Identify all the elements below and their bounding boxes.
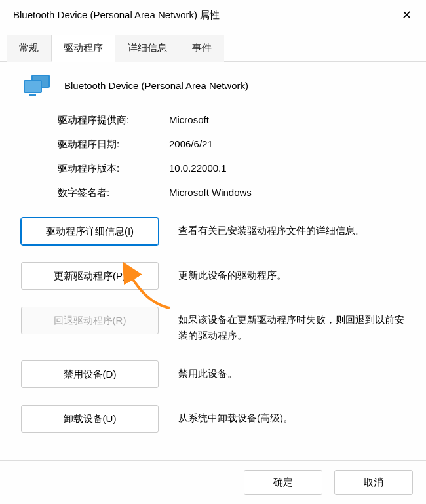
driver-actions: 驱动程序详细信息(I) 查看有关已安装驱动程序文件的详细信息。 更新驱动程序(P… [18,218,408,433]
uninstall-device-desc: 从系统中卸载设备(高级)。 [178,405,408,426]
uninstall-device-button[interactable]: 卸载设备(U) [21,405,159,433]
signer-value: Microsoft Windows [169,187,252,199]
window-title: Bluetooth Device (Personal Area Network)… [13,9,220,22]
dialog-footer: 确定 取消 [0,460,426,504]
titlebar: Bluetooth Device (Personal Area Network)… [0,0,426,31]
info-row-date: 驱动程序日期: 2006/6/21 [58,138,408,151]
provider-value: Microsoft [169,114,209,126]
disable-device-desc: 禁用此设备。 [178,360,408,381]
properties-dialog: Bluetooth Device (Personal Area Network)… [0,0,426,504]
version-value: 10.0.22000.1 [169,163,227,175]
tab-content: Bluetooth Device (Personal Area Network)… [0,62,426,460]
action-row-rollback: 回退驱动程序(R) 如果该设备在更新驱动程序时失败，则回退到以前安装的驱动程序。 [21,307,408,343]
driver-info: 驱动程序提供商: Microsoft 驱动程序日期: 2006/6/21 驱动程… [58,114,408,199]
tab-driver[interactable]: 驱动程序 [51,35,115,62]
tab-details[interactable]: 详细信息 [115,35,180,62]
ok-button[interactable]: 确定 [244,470,322,495]
update-driver-desc: 更新此设备的驱动程序。 [178,262,408,283]
action-row-uninstall: 卸载设备(U) 从系统中卸载设备(高级)。 [21,405,408,433]
date-value: 2006/6/21 [169,138,213,151]
info-row-version: 驱动程序版本: 10.0.22000.1 [58,163,408,175]
driver-details-desc: 查看有关已安装驱动程序文件的详细信息。 [178,218,408,239]
rollback-driver-desc: 如果该设备在更新驱动程序时失败，则回退到以前安装的驱动程序。 [178,307,408,343]
close-icon[interactable]: ✕ [395,5,418,25]
cancel-button[interactable]: 取消 [334,470,413,495]
rollback-driver-button: 回退驱动程序(R) [21,307,159,334]
network-device-icon [24,75,52,96]
tab-general[interactable]: 常规 [7,35,51,62]
action-row-update: 更新驱动程序(P) 更新此设备的驱动程序。 [21,262,408,290]
info-row-provider: 驱动程序提供商: Microsoft [58,114,408,126]
signer-label: 数字签名者: [58,187,169,199]
date-label: 驱动程序日期: [58,138,169,151]
action-row-details: 驱动程序详细信息(I) 查看有关已安装驱动程序文件的详细信息。 [21,218,408,245]
tab-strip: 常规 驱动程序 详细信息 事件 [0,34,426,62]
update-driver-button[interactable]: 更新驱动程序(P) [21,262,159,290]
device-header: Bluetooth Device (Personal Area Network) [18,75,408,96]
disable-device-button[interactable]: 禁用设备(D) [21,360,159,388]
info-row-signer: 数字签名者: Microsoft Windows [58,187,408,199]
version-label: 驱动程序版本: [58,163,169,175]
driver-details-button[interactable]: 驱动程序详细信息(I) [21,218,159,245]
tab-events[interactable]: 事件 [180,35,224,62]
provider-label: 驱动程序提供商: [58,114,169,126]
action-row-disable: 禁用设备(D) 禁用此设备。 [21,360,408,388]
device-name: Bluetooth Device (Personal Area Network) [64,80,248,91]
